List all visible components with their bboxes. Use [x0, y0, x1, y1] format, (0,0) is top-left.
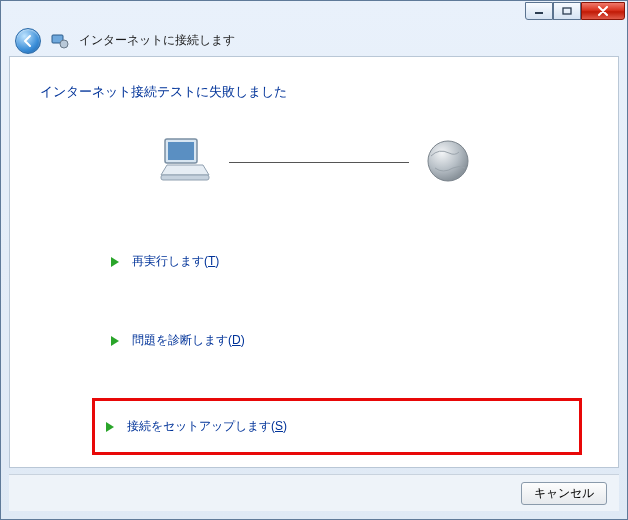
option-setup[interactable]: 接続をセットアップします(S) — [103, 415, 571, 438]
option-retry-wrap: 再実行します(T) — [100, 240, 588, 283]
cancel-button[interactable]: キャンセル — [521, 482, 607, 505]
option-diagnose-label: 問題を診断します(D) — [132, 332, 245, 349]
window-controls — [525, 2, 625, 20]
wizard-title: インターネットに接続します — [79, 32, 235, 49]
network-wizard-icon — [51, 32, 69, 50]
globe-icon — [425, 138, 471, 187]
svg-rect-6 — [161, 175, 209, 180]
svg-point-7 — [428, 141, 468, 181]
button-bar: キャンセル — [9, 474, 619, 511]
maximize-icon — [562, 7, 572, 15]
option-retry-label: 再実行します(T) — [132, 253, 219, 270]
arrow-right-icon — [103, 420, 117, 434]
close-icon — [597, 6, 609, 16]
svg-rect-0 — [535, 12, 543, 14]
svg-point-3 — [60, 40, 68, 48]
option-setup-label: 接続をセットアップします(S) — [127, 418, 287, 435]
arrow-right-icon — [108, 255, 122, 269]
back-button[interactable] — [15, 28, 41, 54]
minimize-icon — [534, 7, 544, 15]
close-button[interactable] — [581, 2, 625, 20]
svg-rect-5 — [168, 142, 194, 160]
minimize-button[interactable] — [525, 2, 553, 20]
wizard-header: インターネットに接続します — [1, 25, 627, 56]
option-diagnose-wrap: 問題を診断します(D) — [100, 319, 588, 362]
arrow-right-icon — [108, 334, 122, 348]
page-heading: インターネット接続テストに失敗しました — [40, 83, 588, 101]
connection-illustration — [40, 135, 588, 190]
wizard-window: インターネットに接続します インターネット接続テストに失敗しました — [0, 0, 628, 520]
computer-icon — [157, 135, 213, 190]
options-list: 再実行します(T) 問題を診断します(D) — [100, 240, 588, 455]
maximize-button[interactable] — [553, 2, 581, 20]
window-titlebar — [1, 1, 627, 25]
svg-rect-1 — [563, 8, 571, 14]
back-arrow-icon — [21, 34, 35, 48]
wizard-panel: インターネット接続テストに失敗しました — [9, 56, 619, 468]
connection-line — [229, 162, 409, 163]
option-diagnose[interactable]: 問題を診断します(D) — [108, 329, 580, 352]
option-setup-highlight: 接続をセットアップします(S) — [92, 398, 582, 455]
option-retry[interactable]: 再実行します(T) — [108, 250, 580, 273]
